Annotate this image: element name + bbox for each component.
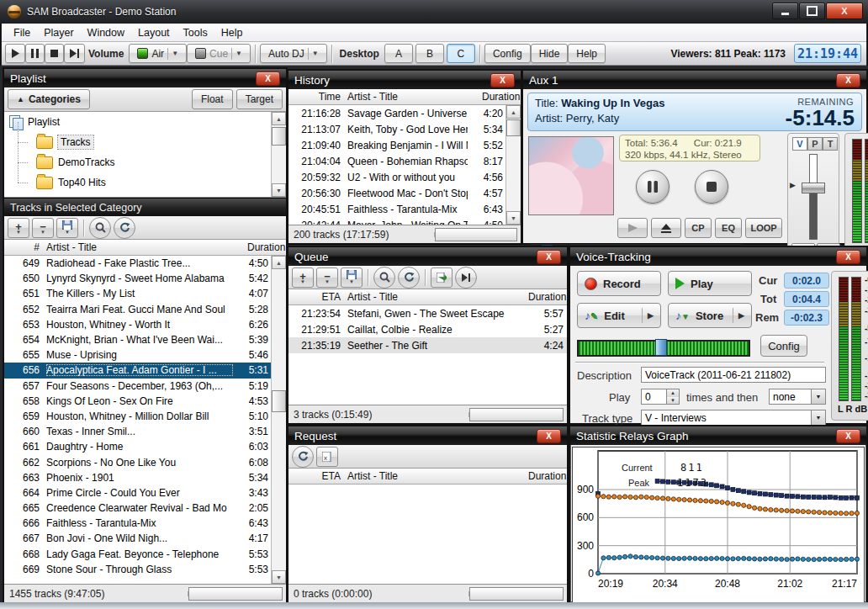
col-number[interactable]: # — [4, 241, 46, 253]
play-button[interactable] — [5, 44, 25, 63]
title-bar[interactable]: SAM Broadcaster - Demo Station X — [0, 0, 868, 24]
scroll-thumb[interactable] — [272, 390, 286, 412]
table-row[interactable]: 654McKnight, Brian - What I've Been Wai.… — [4, 332, 272, 347]
voice-tracking-close-icon[interactable]: X — [836, 250, 860, 264]
queue-close-icon[interactable]: X — [537, 250, 561, 264]
table-row[interactable]: 667Bon Jovi - One Wild Nigh...4:17 — [4, 531, 272, 546]
table-row[interactable]: 659Houston, Whitney - Million Dollar Bil… — [4, 409, 272, 424]
tree-item-tracks[interactable]: Tracks — [4, 132, 286, 152]
table-row[interactable]: 660Texas - Inner Smil...3:51 — [4, 424, 272, 439]
col-eta[interactable]: ETA — [288, 470, 347, 482]
history-scrollbar[interactable]: ▲ ▼ — [505, 105, 521, 225]
col-artist-title[interactable]: Artist - Title — [46, 241, 247, 253]
table-row[interactable]: 21:09:40Breaking Benjamin - I Will N...5… — [288, 137, 506, 153]
col-artist-title[interactable]: Artist - Title — [347, 470, 528, 482]
table-row[interactable]: 20:59:32U2 - With or without you4:56 — [288, 169, 506, 185]
aux-eject-button[interactable] — [651, 218, 681, 238]
request-close-icon[interactable]: X — [537, 429, 561, 443]
edit-button[interactable]: ♪✎Edit ▶ — [577, 303, 661, 328]
close-button[interactable]: X — [826, 3, 863, 19]
description-field[interactable]: VoiceTrack (2011-06-21 211802) — [641, 367, 826, 383]
table-row[interactable]: 668Lady Gaga Feat. Beyonce - Telephone5:… — [4, 547, 272, 562]
menu-item-layout[interactable]: Layout — [131, 25, 177, 40]
table-row[interactable]: 21:29:51Caillat, Colbie - Realize5:27 — [288, 321, 567, 337]
menu-item-file[interactable]: File — [7, 25, 37, 40]
table-row[interactable]: 653Houston, Whitney - Worth It6:26 — [4, 317, 272, 332]
stats-graph-header[interactable]: Statistic Relays Graph X — [570, 426, 866, 445]
spin-up-icon[interactable]: ▲ — [667, 389, 679, 397]
table-row[interactable]: 662Scorpions - No One Like You6:08 — [4, 454, 272, 469]
hide-button[interactable]: Hide — [531, 44, 569, 63]
table-row[interactable]: 649Radiohead - Fake Plastic Tree...4:50 — [4, 256, 272, 271]
queue-header[interactable]: Queue X — [288, 247, 567, 266]
config-button[interactable]: Config — [484, 44, 531, 63]
vt-config-button[interactable]: Config — [760, 335, 807, 357]
slider-thumb[interactable] — [655, 339, 667, 356]
fader-track[interactable] — [809, 154, 818, 240]
table-row[interactable]: 21:23:54Stefani, Gwen - The Sweet Escape… — [288, 305, 567, 321]
table-row[interactable]: 666Faithless - Tarantula-Mix6:43 — [4, 516, 272, 531]
scroll-down-icon[interactable]: ▼ — [272, 183, 286, 197]
scroll-thumb[interactable] — [272, 127, 286, 146]
play-next-icon[interactable] — [455, 267, 477, 289]
table-row[interactable]: 20:45:51Faithless - Tarantula-Mix6:43 — [288, 201, 506, 217]
record-button[interactable]: Record — [577, 271, 661, 296]
col-artist-title[interactable]: Artist - Title — [347, 291, 528, 303]
vt-play-button[interactable]: Play — [668, 271, 752, 296]
remove-track-button[interactable]: −▼ — [316, 267, 338, 288]
scroll-down-icon[interactable]: ▼ — [506, 211, 521, 225]
request-header[interactable]: Request X — [288, 426, 567, 445]
table-row[interactable]: 20:56:30Fleetwood Mac - Don't Stop4:57 — [288, 185, 506, 201]
table-row[interactable]: 21:35:19Seether - The Gift4:24 — [288, 337, 567, 353]
scroll-up-icon[interactable]: ▲ — [272, 112, 286, 125]
table-row[interactable]: 669Stone Sour - Through Glass5:53 — [4, 562, 272, 577]
menu-item-player[interactable]: Player — [37, 25, 80, 40]
scroll-up-icon[interactable]: ▲ — [272, 256, 286, 269]
target-button[interactable]: Target — [236, 89, 283, 109]
aux-play-button[interactable] — [617, 218, 648, 238]
table-row[interactable]: 657Four Seasons - December, 1963 (Oh,...… — [4, 379, 272, 394]
table-row[interactable]: 20:42:44Mayer, John - Waiting On T4:50 — [288, 217, 506, 225]
track-type-dropdown[interactable]: V - Interviews▼ — [641, 410, 826, 426]
spin-down-icon[interactable]: ▼ — [667, 397, 679, 405]
scroll-thumb[interactable] — [506, 119, 521, 136]
add-track-button[interactable]: +▼ — [8, 218, 29, 238]
add-track-button[interactable]: +▼ — [292, 267, 314, 288]
aux-eq-button[interactable]: EQ — [715, 218, 742, 238]
playlist-close-icon[interactable]: X — [256, 71, 280, 86]
aux1-header[interactable]: Aux 1 X — [523, 71, 866, 89]
table-row[interactable]: 658Kings Of Leon - Sex On Fire4:53 — [4, 394, 272, 409]
air-dropdown-icon[interactable]: ▼ — [167, 48, 178, 60]
tree-item-top40-hits[interactable]: Top40 Hits — [4, 172, 286, 193]
desktop-a-button[interactable]: A — [384, 44, 413, 63]
autodj-dropdown-icon[interactable]: ▼ — [308, 48, 319, 60]
save-button[interactable]: ▼ — [341, 267, 363, 288]
menu-item-help[interactable]: Help — [214, 25, 250, 40]
col-duration[interactable]: Duration — [482, 91, 521, 103]
cue-dropdown-icon[interactable]: ▼ — [231, 48, 242, 60]
table-row[interactable]: 665Creedence Clearwater Revival - Bad Mo… — [4, 500, 272, 516]
table-row[interactable]: 21:13:07Keith, Toby - God Love Her5:34 — [288, 121, 506, 137]
tracklist-scrollbar[interactable]: ▲ ▼ — [271, 256, 286, 584]
tree-item-playlist[interactable]: Playlist — [4, 112, 286, 132]
then-dropdown[interactable]: none▼ — [769, 389, 826, 405]
edit-more-icon[interactable]: ▶ — [642, 308, 654, 323]
col-duration[interactable]: Duration — [528, 291, 567, 303]
maximize-button[interactable] — [799, 3, 825, 19]
next-button[interactable] — [64, 44, 85, 63]
refresh-icon[interactable] — [398, 267, 420, 289]
aux-cp-button[interactable]: CP — [685, 218, 712, 238]
cue-volume-button[interactable]: Cue ▼ — [187, 44, 251, 63]
col-time[interactable]: Time — [288, 91, 347, 103]
search-icon[interactable] — [89, 217, 111, 239]
categories-button[interactable]: ▲Categories — [8, 89, 90, 109]
table-row[interactable]: 651The Killers - My List4:07 — [4, 286, 272, 301]
tree-item-demotracks[interactable]: DemoTracks — [4, 152, 286, 172]
voice-tracking-header[interactable]: Voice-Tracking X — [570, 247, 866, 266]
col-duration[interactable]: Duration — [247, 241, 286, 253]
chevron-down-icon[interactable]: ▼ — [811, 410, 825, 425]
vt-position-slider[interactable] — [577, 340, 750, 357]
remove-track-button[interactable]: −▼ — [32, 218, 54, 238]
export-icon[interactable] — [431, 267, 453, 288]
save-button[interactable]: ▼ — [56, 218, 78, 238]
